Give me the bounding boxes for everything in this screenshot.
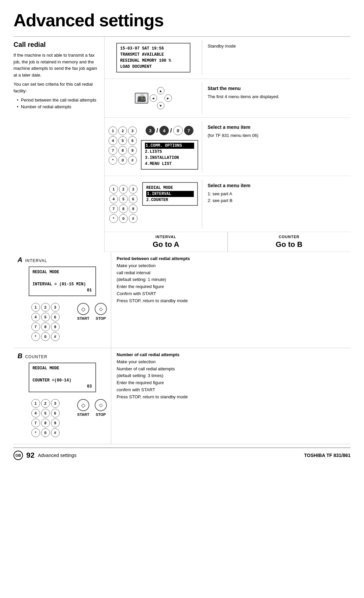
- key-4b[interactable]: 4: [109, 195, 118, 203]
- panel-a-body5: Confirm with START: [117, 290, 345, 297]
- panel-b-b2: Number of call redial attempts: [117, 366, 175, 371]
- key-9d[interactable]: 9: [51, 419, 60, 427]
- lcd-redial-mode: REDIAL MODE 1.INTERVAL 2.COUNTER: [142, 182, 198, 206]
- panel-a-body4: Enter the required figure: [117, 283, 345, 290]
- keypad-panel-a: 1 2 3 4 5 6 7 8 9 * 0 #: [31, 303, 60, 341]
- key-7c[interactable]: 7: [31, 322, 40, 331]
- bullet-list: Period between the call redial attempts …: [17, 97, 98, 110]
- key-5b[interactable]: 5: [119, 195, 128, 203]
- footer-left: GB 92 Advanced settings: [13, 451, 77, 460]
- start-button-b[interactable]: ◇ START: [77, 399, 89, 417]
- key-hashd[interactable]: #: [51, 428, 60, 437]
- key-3[interactable]: 3: [128, 126, 137, 135]
- key-3d[interactable]: 3: [51, 399, 60, 408]
- key-1d[interactable]: 1: [31, 399, 40, 408]
- num-4: 4: [159, 126, 169, 135]
- key-8[interactable]: 8: [118, 146, 127, 155]
- call-redial-section: Call redial If the machine is not able t…: [13, 36, 351, 252]
- key-5[interactable]: 5: [118, 136, 127, 145]
- key-1c[interactable]: 1: [31, 303, 40, 312]
- key-hashc[interactable]: #: [51, 332, 60, 341]
- key-0b[interactable]: 0: [119, 214, 128, 223]
- key-2c[interactable]: 2: [41, 303, 50, 312]
- lcd-panel-b: REDIAL MODE COUNTER =(00-14) 03: [29, 363, 96, 392]
- key-hash[interactable]: #: [128, 156, 137, 165]
- start-circle-b[interactable]: ◇: [77, 399, 89, 411]
- key-0c[interactable]: 0: [41, 332, 50, 341]
- lcd-line-2: TRANSMIT AVAILABLE: [120, 52, 164, 57]
- stop-circle-a[interactable]: ◇: [95, 303, 107, 315]
- key-star[interactable]: *: [109, 156, 117, 165]
- key-9[interactable]: 9: [128, 146, 137, 155]
- arrow-keys-group: 📠 ▲ ◄ ► ▼: [135, 87, 172, 109]
- key-stard[interactable]: *: [31, 428, 40, 437]
- footer-section: Advanced settings: [38, 453, 76, 458]
- right-steps-col: 15-03-97 SAT 19:56 TRANSMIT AVAILABLE RE…: [104, 37, 351, 252]
- key-2d[interactable]: 2: [41, 399, 50, 408]
- key-1[interactable]: 1: [109, 126, 117, 135]
- section-heading: Call redial: [13, 41, 98, 49]
- key-0d[interactable]: 0: [41, 428, 50, 437]
- page-title: Advanced settings: [13, 10, 351, 30]
- key-4[interactable]: 4: [109, 136, 117, 145]
- key-3c[interactable]: 3: [51, 303, 60, 312]
- page: Advanced settings Call redial If the mac…: [0, 0, 364, 470]
- start-circle-a[interactable]: ◇: [77, 303, 89, 315]
- key-9b[interactable]: 9: [129, 204, 138, 213]
- key-8b[interactable]: 8: [119, 204, 128, 213]
- key-4c[interactable]: 4: [31, 313, 40, 321]
- key-6[interactable]: 6: [128, 136, 137, 145]
- start-button-a[interactable]: ◇ START: [77, 303, 89, 320]
- key-2[interactable]: 2: [118, 126, 127, 135]
- lcd-redial-counter: 2.COUNTER: [146, 198, 168, 202]
- key-9c[interactable]: 9: [51, 322, 60, 331]
- lcd-menu-line-3: 3.INSTALLATION: [145, 155, 179, 160]
- step-diagram-4: 1 2 3 4 5 6 7 8 9 * 0 #: [104, 179, 202, 228]
- key-7b[interactable]: 7: [109, 204, 118, 213]
- key-hashb[interactable]: #: [129, 214, 138, 223]
- arrow-down-btn[interactable]: ▼: [157, 102, 164, 109]
- panel-b-b3: (default setting: 3 times): [117, 373, 163, 378]
- key-6b[interactable]: 6: [129, 195, 138, 203]
- key-starb[interactable]: *: [109, 214, 118, 223]
- key-6d[interactable]: 6: [51, 409, 60, 418]
- key-6c[interactable]: 6: [51, 313, 60, 321]
- lcd-a-line1: REDIAL MODE: [33, 270, 59, 275]
- num-3: 3: [146, 126, 155, 135]
- start-label-b: START: [77, 412, 89, 417]
- stop-circle-b[interactable]: ◇: [95, 399, 107, 411]
- lcd-menu-line-1: 1.COMM. OPTIONS: [145, 143, 194, 149]
- step-diagram-2: 📠 ▲ ◄ ► ▼: [104, 82, 202, 114]
- key-5d[interactable]: 5: [41, 409, 50, 418]
- arrow-left-btn[interactable]: ◄: [150, 94, 157, 102]
- key-8c[interactable]: 8: [41, 322, 50, 331]
- key-4d[interactable]: 4: [31, 409, 40, 418]
- key-8d[interactable]: 8: [41, 419, 50, 427]
- stop-button-b[interactable]: ◇ STOP: [95, 399, 107, 417]
- arrow-right-btn[interactable]: ►: [164, 94, 172, 102]
- step-2-body: The first 4 menu items are displayed.: [208, 94, 279, 99]
- key-starc[interactable]: *: [31, 332, 40, 341]
- key-0[interactable]: 0: [118, 156, 127, 165]
- key-5c[interactable]: 5: [41, 313, 50, 321]
- panel-a-b2: call redial interval: [117, 270, 150, 275]
- key-7[interactable]: 7: [109, 146, 117, 155]
- slash-1: /: [156, 127, 158, 134]
- stop-button-a[interactable]: ◇ STOP: [95, 303, 107, 320]
- panel-a-b3: (default setting: 1 minute): [117, 277, 166, 282]
- key-2b[interactable]: 2: [119, 185, 128, 194]
- lcd-redial-interval: 1.INTERVAL: [146, 191, 194, 197]
- panel-a-sublabel: INTERVAL: [25, 258, 47, 263]
- key-3b[interactable]: 3: [129, 185, 138, 194]
- keypad-small-2: 1 2 3 4 5 6 7 8 9 * 0 #: [109, 185, 138, 223]
- arrow-up-btn[interactable]: ▲: [157, 87, 164, 94]
- start-label-a: START: [77, 316, 89, 320]
- step-row-4: 1 2 3 4 5 6 7 8 9 * 0 #: [104, 176, 351, 232]
- key-1b[interactable]: 1: [109, 185, 118, 194]
- panel-b-b1: Make your selection: [117, 359, 156, 364]
- panel-b-section: B COUNTER REDIAL MODE COUNTER =(00-14) 0…: [13, 348, 351, 444]
- keypad-small-1: 1 2 3 4 5 6 7 8 9 * 0 #: [109, 126, 137, 165]
- lcd-b-line1: REDIAL MODE: [33, 366, 59, 371]
- key-7d[interactable]: 7: [31, 419, 40, 427]
- action-buttons-a: ◇ START ◇ STOP: [77, 303, 107, 320]
